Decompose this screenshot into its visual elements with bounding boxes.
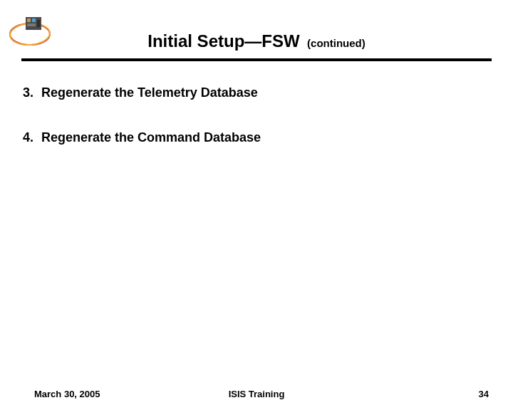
svg-rect-4 (32, 19, 36, 22)
footer-page-number: 34 (479, 389, 489, 399)
slide: Initial Setup—FSW (continued) 3. Regener… (0, 0, 513, 420)
list-item-text: Regenerate the Command Database (41, 130, 261, 145)
svg-rect-5 (27, 23, 36, 26)
slide-header: Initial Setup—FSW (continued) (0, 31, 513, 51)
header-rule (21, 58, 492, 61)
footer-center-text: ISIS Training (0, 389, 513, 399)
slide-continued-label: (continued) (307, 37, 366, 49)
slide-footer: March 30, 2005 ISIS Training 34 (0, 389, 513, 403)
list-item-number: 3. (23, 85, 41, 100)
list-item-text: Regenerate the Telemetry Database (41, 85, 258, 100)
list-item-number: 4. (23, 130, 41, 145)
slide-title: Initial Setup—FSW (147, 31, 299, 51)
svg-rect-6 (37, 20, 40, 27)
list-item: 3. Regenerate the Telemetry Database (23, 85, 484, 100)
svg-rect-3 (27, 19, 31, 22)
slide-body: 3. Regenerate the Telemetry Database 4. … (23, 85, 484, 175)
list-item: 4. Regenerate the Command Database (23, 130, 484, 145)
